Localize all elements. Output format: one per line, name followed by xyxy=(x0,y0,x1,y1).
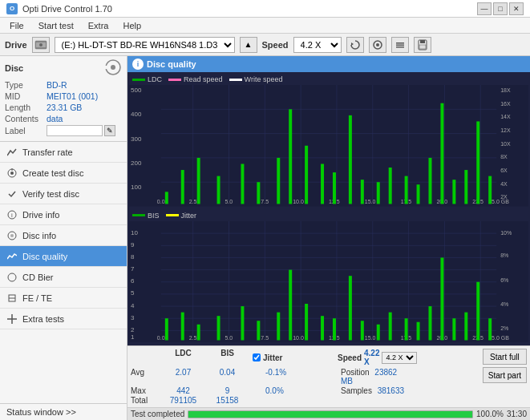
jitter-color xyxy=(166,214,179,216)
menu-file[interactable]: File xyxy=(3,19,30,32)
disc-button[interactable] xyxy=(369,37,386,53)
sidebar-item-extra-tests[interactable]: Extra tests xyxy=(0,309,127,329)
drive-select[interactable]: (E:) HL-DT-ST BD-RE WH16NS48 1.D3 xyxy=(55,37,235,53)
sidebar-item-transfer-rate[interactable]: Transfer rate xyxy=(0,142,127,163)
status-window-button[interactable]: Status window >> xyxy=(0,403,127,420)
svg-text:16X: 16X xyxy=(500,101,511,107)
app-icon: O xyxy=(6,3,18,14)
sidebar-item-create-test-disc[interactable]: Create test disc xyxy=(0,163,127,184)
svg-text:400: 400 xyxy=(131,111,142,118)
svg-text:10: 10 xyxy=(131,228,138,236)
sidebar-item-disc-quality[interactable]: Disc quality xyxy=(0,246,127,267)
svg-text:9: 9 xyxy=(131,240,135,248)
svg-rect-148 xyxy=(389,312,392,340)
ldc-chart: LDC Read speed Write speed xyxy=(129,74,528,208)
sidebar-item-fe-te[interactable]: FE / TE xyxy=(0,288,127,309)
svg-text:4X: 4X xyxy=(500,181,508,187)
sidebar-item-disc-info[interactable]: Disc info xyxy=(0,225,127,246)
title-bar: O Opti Drive Control 1.70 — □ ✕ xyxy=(0,0,530,18)
menu-help[interactable]: Help xyxy=(116,19,148,32)
menu-start-test[interactable]: Start test xyxy=(32,19,80,32)
svg-text:8X: 8X xyxy=(500,154,508,160)
start-full-button[interactable]: Start full xyxy=(483,349,527,365)
svg-text:18X: 18X xyxy=(500,87,511,93)
sidebar-item-verify-test-disc[interactable]: Verify test disc xyxy=(0,184,127,204)
fe-te-icon xyxy=(6,293,18,304)
svg-text:2.5: 2.5 xyxy=(189,335,197,341)
svg-text:2: 2 xyxy=(131,325,135,333)
svg-rect-149 xyxy=(405,318,408,340)
svg-point-21 xyxy=(10,234,14,237)
sidebar-label-extra-tests: Extra tests xyxy=(22,314,64,324)
total-ldc: 791105 xyxy=(161,396,205,405)
svg-rect-68 xyxy=(197,158,200,204)
svg-rect-11 xyxy=(419,45,426,49)
col-empty xyxy=(131,349,161,366)
read-speed-color xyxy=(168,79,181,81)
sidebar-label-fe-te: FE / TE xyxy=(22,293,52,303)
disc-panel: Disc Type BD-R MID MEIT01 (001) Length xyxy=(0,56,127,142)
speed-value: 4.22 X xyxy=(364,349,379,366)
col-bis-header: BIS xyxy=(205,349,249,366)
disc-length-value: 23.31 GB xyxy=(47,103,82,112)
refresh-icon xyxy=(350,39,361,50)
stats-headers: LDC BIS Jitter Speed 4.22 X 4.2 X xyxy=(131,349,479,366)
eject-button[interactable]: ▲ xyxy=(240,37,257,53)
svg-rect-155 xyxy=(476,281,479,340)
legend-bis: BIS xyxy=(132,212,160,220)
save-button[interactable] xyxy=(414,37,431,53)
speed-select[interactable]: 4.2 X xyxy=(293,37,342,53)
svg-rect-142 xyxy=(305,304,308,340)
avg-label: Avg xyxy=(131,368,161,386)
svg-rect-141 xyxy=(289,269,292,340)
svg-text:i: i xyxy=(11,212,13,219)
svg-rect-85 xyxy=(452,180,455,204)
jitter-checkbox[interactable] xyxy=(253,353,261,361)
legend-ldc: LDC xyxy=(132,75,162,83)
settings-icon xyxy=(394,39,406,50)
bis-legend: BIS Jitter xyxy=(129,210,528,221)
menu-extra[interactable]: Extra xyxy=(82,19,115,32)
speed-header-label: Speed xyxy=(338,353,362,362)
bis-chart: BIS Jitter xyxy=(129,210,528,345)
total-bis: 15158 xyxy=(205,396,249,405)
sidebar-label-disc-quality: Disc quality xyxy=(22,252,67,261)
disc-quality-icon xyxy=(6,251,18,262)
svg-rect-154 xyxy=(464,312,467,340)
disc-label-input[interactable] xyxy=(47,125,103,136)
minimize-button[interactable]: — xyxy=(477,2,492,15)
title-bar-left: O Opti Drive Control 1.70 xyxy=(6,3,112,14)
svg-rect-136 xyxy=(197,324,200,340)
legend-ldc-label: LDC xyxy=(148,75,162,83)
svg-text:8: 8 xyxy=(131,252,135,260)
svg-text:3: 3 xyxy=(131,313,135,321)
disc-info-icon xyxy=(6,230,18,241)
max-bis: 9 xyxy=(205,386,249,395)
progress-time: 31:30 xyxy=(507,410,527,418)
svg-rect-69 xyxy=(217,176,220,204)
ldc-legend: LDC Read speed Write speed xyxy=(129,74,528,85)
svg-rect-73 xyxy=(289,109,292,204)
close-button[interactable]: ✕ xyxy=(509,2,524,15)
sidebar-item-drive-info[interactable]: i Drive info xyxy=(0,204,127,225)
disc-mid-value: MEIT01 (001) xyxy=(47,91,98,101)
content-area: i Disc quality LDC Read speed xyxy=(127,56,530,420)
start-part-button[interactable]: Start part xyxy=(483,367,527,383)
disc-label-btn[interactable]: ✎ xyxy=(104,125,115,136)
svg-rect-146 xyxy=(361,321,364,340)
refresh-button[interactable] xyxy=(346,37,364,53)
svg-text:2%: 2% xyxy=(500,325,508,331)
svg-text:10%: 10% xyxy=(500,229,512,235)
maximize-button[interactable]: □ xyxy=(493,2,508,15)
progress-percent: 100.0% xyxy=(476,410,504,418)
sidebar-item-cd-bier[interactable]: CD Bier xyxy=(0,267,127,288)
svg-rect-140 xyxy=(277,312,280,340)
speed-dropdown[interactable]: 4.2 X xyxy=(382,352,417,364)
position-label: Position 23862 MB xyxy=(338,368,406,386)
drive-icon-btn[interactable] xyxy=(32,37,50,53)
svg-text:10.0: 10.0 xyxy=(293,335,304,341)
svg-rect-6 xyxy=(396,42,404,44)
svg-text:7.5: 7.5 xyxy=(261,199,269,204)
settings-button[interactable] xyxy=(391,37,409,53)
col-ldc-header: LDC xyxy=(161,349,205,366)
